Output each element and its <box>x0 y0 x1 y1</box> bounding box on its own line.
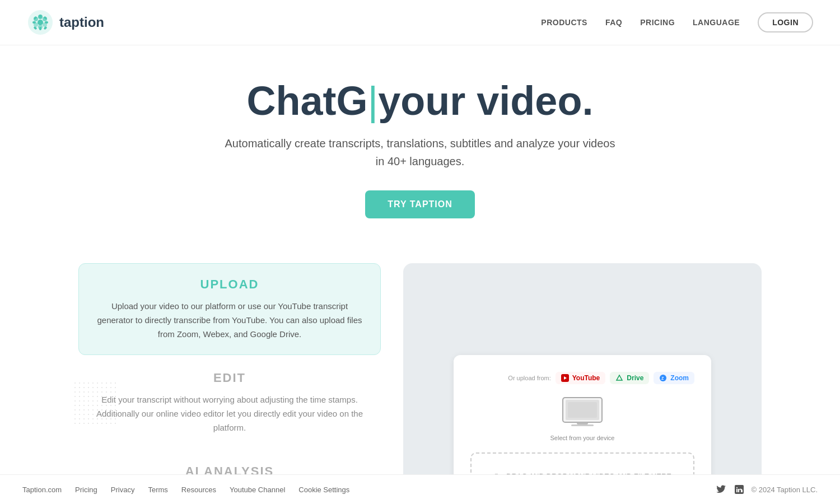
upload-mockup-container: Or upload from: YouTube Drive Z Zoom <box>403 263 762 504</box>
logo-icon <box>27 9 54 36</box>
svg-point-1 <box>38 20 43 25</box>
footer-privacy[interactable]: Privacy <box>111 486 135 494</box>
logo-text: taption <box>59 15 104 30</box>
svg-point-15 <box>43 22 47 27</box>
try-taption-button[interactable]: TRY TAPTION <box>365 190 475 218</box>
footer-youtube-channel[interactable]: Youtube Channel <box>230 486 285 494</box>
svg-rect-24 <box>571 424 594 426</box>
twitter-icon[interactable] <box>716 484 727 495</box>
nav-language[interactable]: LANGUAGE <box>693 18 740 27</box>
svg-marker-18 <box>617 375 622 380</box>
monitor-text: Select from your device <box>550 435 615 441</box>
svg-point-13 <box>34 22 38 27</box>
upload-monitor: Select from your device <box>550 395 615 441</box>
main-nav: PRODUCTS FAQ PRICING LANGUAGE LOGIN <box>541 12 813 32</box>
feature-upload: UPLOAD Upload your video to our platform… <box>78 263 381 355</box>
svg-point-11 <box>38 15 43 19</box>
drive-source: Drive <box>610 372 649 384</box>
header: taption PRODUCTS FAQ PRICING LANGUAGE LO… <box>0 0 840 45</box>
footer-resources[interactable]: Resources <box>181 486 216 494</box>
footer-site[interactable]: Taption.com <box>22 486 62 494</box>
hero-cursor: | <box>368 78 379 123</box>
youtube-icon <box>561 374 569 382</box>
hero-title-part1: ChatG <box>247 78 368 123</box>
edit-title: EDIT <box>95 371 364 385</box>
footer-links: Taption.com Pricing Privacy Terms Resour… <box>22 486 349 494</box>
feature-edit: EDIT Edit your transcript without worryi… <box>78 357 381 448</box>
linkedin-icon[interactable] <box>734 484 745 495</box>
hero-title: ChatG|your video. <box>11 79 829 123</box>
footer-terms[interactable]: Terms <box>148 486 167 494</box>
footer-pricing[interactable]: Pricing <box>75 486 97 494</box>
upload-description: Upload your video to our platform or use… <box>96 300 363 341</box>
svg-point-14 <box>38 25 43 29</box>
hero-title-part2: your video. <box>378 78 593 123</box>
nav-faq[interactable]: FAQ <box>605 18 622 27</box>
drive-icon <box>615 374 623 382</box>
nav-pricing[interactable]: PRICING <box>640 18 675 27</box>
login-button[interactable]: LOGIN <box>758 12 813 32</box>
hero-subtitle: Automatically create transcripts, transl… <box>224 134 616 170</box>
nav-products[interactable]: PRODUCTS <box>541 18 587 27</box>
monitor-icon <box>560 395 605 429</box>
footer-cookie-settings[interactable]: Cookie Settings <box>298 486 349 494</box>
svg-point-10 <box>34 17 38 21</box>
svg-rect-25 <box>568 402 597 418</box>
sources-label: Or upload from: <box>508 375 550 381</box>
zoom-icon: Z <box>659 374 667 382</box>
upload-title: UPLOAD <box>96 277 363 292</box>
svg-rect-23 <box>577 422 588 424</box>
footer-copyright: © 2024 Taption LLC. <box>752 486 818 494</box>
hero-section: ChatG|your video. Automatically create t… <box>0 45 840 241</box>
zoom-source: Z Zoom <box>654 372 694 384</box>
edit-description: Edit your transcript without worrying ab… <box>95 393 364 435</box>
svg-point-12 <box>43 17 47 21</box>
youtube-source: YouTube <box>556 372 606 384</box>
main-content: UPLOAD Upload your video to our platform… <box>56 263 784 504</box>
features-panel: UPLOAD Upload your video to our platform… <box>78 263 381 504</box>
logo[interactable]: taption <box>27 9 104 36</box>
svg-text:Z: Z <box>661 376 664 380</box>
footer: Taption.com Pricing Privacy Terms Resour… <box>0 474 840 504</box>
footer-social: © 2024 Taption LLC. <box>716 484 818 495</box>
